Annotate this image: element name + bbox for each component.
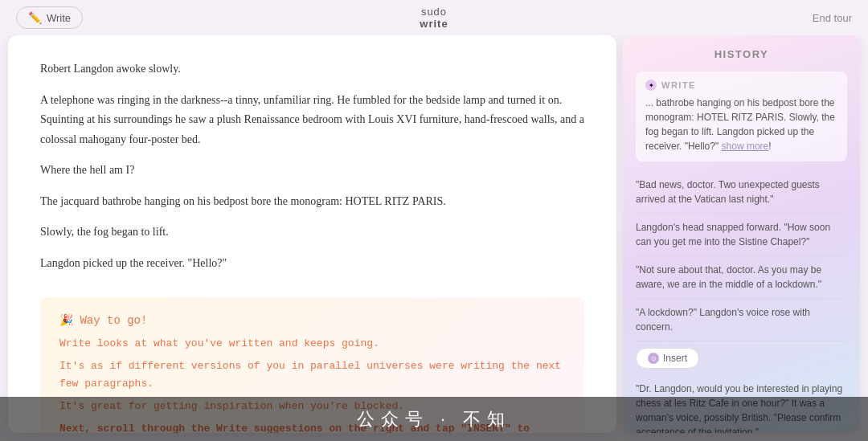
write-icon: ✦ — [645, 80, 657, 91]
history-item-3: "Not sure about that, doctor. As you may… — [636, 256, 847, 299]
write-entry-header: ✦ WRITE — [645, 80, 837, 91]
history-item-1: "Bad news, doctor. Two unexpected guests… — [636, 171, 847, 214]
history-title: History — [636, 48, 847, 60]
show-more-link[interactable]: show more — [722, 141, 769, 152]
paragraph-2: A telephone was ringing in the darkness-… — [40, 91, 584, 150]
wechat-watermark: 公众号 · 不知 — [357, 407, 511, 431]
write-entry: ✦ WRITE ... bathrobe hanging on his bedp… — [636, 71, 847, 161]
insert-icon-1: ⊙ — [648, 353, 659, 364]
insert-label-1: Insert — [663, 353, 687, 364]
paragraph-3: Where the hell am I? — [40, 161, 584, 181]
highlight-line-2: It's as if different versions of you in … — [59, 357, 565, 393]
paragraph-5: Slowly, the fog began to lift. — [40, 223, 584, 243]
paragraph-1: Robert Langdon awoke slowly. — [40, 59, 584, 80]
logo-sudo: sudo — [421, 6, 447, 18]
paragraph-4: The jacquard bathrobe hanging on his bed… — [40, 192, 584, 212]
divider — [40, 273, 584, 289]
wechat-overlay: 公众号 · 不知 — [0, 397, 868, 441]
highlight-title: 🎉 Way to go! — [59, 313, 565, 327]
pencil-icon: ✏️ — [28, 11, 42, 24]
history-item-2: Langdon's head snapped forward. "How soo… — [636, 214, 847, 256]
logo-write: write — [420, 18, 448, 30]
editor-pane: Robert Langdon awoke slowly. A telephone… — [8, 35, 616, 433]
top-nav: ✏️ Write sudo write End tour — [0, 0, 868, 35]
history-item-4: "A lockdown?" Langdon's voice rose with … — [636, 299, 847, 341]
logo: sudo write — [420, 6, 448, 30]
write-entry-text: ... bathrobe hanging on his bedpost bore… — [645, 96, 837, 153]
end-tour-button[interactable]: End tour — [813, 12, 852, 24]
highlight-line-1: Write looks at what you've written and k… — [59, 335, 565, 353]
main-content: Robert Langdon awoke slowly. A telephone… — [0, 35, 868, 441]
insert-button-1[interactable]: ⊙ Insert — [636, 348, 699, 369]
paragraph-6: Langdon picked up the receiver. "Hello?" — [40, 254, 584, 274]
write-button[interactable]: ✏️ Write — [16, 6, 83, 29]
write-btn-label: Write — [47, 12, 71, 24]
editor-text: Robert Langdon awoke slowly. A telephone… — [40, 59, 584, 273]
history-pane: History ✦ WRITE ... bathrobe hanging on … — [623, 35, 860, 433]
write-label: WRITE — [661, 80, 696, 90]
